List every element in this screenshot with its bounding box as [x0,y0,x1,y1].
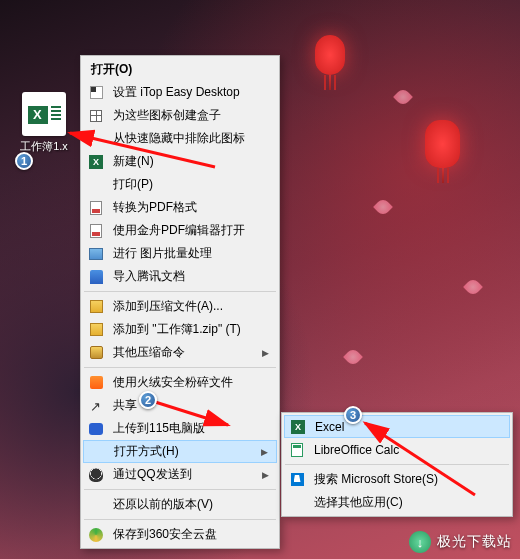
menu-batch-img[interactable]: 进行 图片批量处理 [83,242,277,265]
separator [84,367,276,368]
separator [84,519,276,520]
submenu-other-app[interactable]: 选择其他应用(C) [284,491,510,514]
excel-icon: X [289,419,307,435]
chevron-right-icon: ▶ [262,348,269,358]
chevron-right-icon: ▶ [261,447,268,457]
menu-jinshan-pdf[interactable]: 使用金舟PDF编辑器打开 [83,219,277,242]
annotation-badge-1: 1 [15,152,33,170]
zip-icon [87,322,105,338]
open-with-submenu: XExcel LibreOffice Calc 搜索 Microsoft Sto… [281,412,513,517]
picture-icon [87,246,105,262]
ms-store-icon [288,472,306,488]
separator [84,489,276,490]
menu-create-box[interactable]: 为这些图标创建盒子 [83,104,277,127]
menu-share[interactable]: 共享 [83,394,277,417]
watermark-text: 极光下载站 [437,533,512,551]
watermark-icon [409,531,431,553]
excel-file-icon [22,92,66,136]
menu-open-with[interactable]: 打开方式(H)▶ [83,440,277,463]
separator [285,464,509,465]
menu-tencent-doc[interactable]: 导入腾讯文档 [83,265,277,288]
menu-upload-115[interactable]: 上传到115电脑版 [83,417,277,440]
separator [84,291,276,292]
libreoffice-calc-icon [288,442,306,458]
pdf-icon [87,200,105,216]
menu-add-zip[interactable]: 添加到压缩文件(A)... [83,295,277,318]
huorong-icon [87,375,105,391]
menu-to-pdf[interactable]: 转换为PDF格式 [83,196,277,219]
360-icon [87,527,105,543]
menu-restore[interactable]: 还原以前的版本(V) [83,493,277,516]
menu-hide-quick[interactable]: 从快速隐藏中排除此图标 [83,127,277,150]
chevron-right-icon: ▶ [262,470,269,480]
annotation-badge-3: 3 [344,406,362,424]
zip-icon [87,345,105,361]
submenu-ms-store[interactable]: 搜索 Microsoft Store(S) [284,468,510,491]
menu-qq-send[interactable]: 通过QQ发送到▶ [83,463,277,486]
menu-itop[interactable]: 设置 iTop Easy Desktop [83,81,277,104]
tencent-doc-icon [87,269,105,285]
submenu-excel[interactable]: XExcel [284,415,510,438]
annotation-badge-2: 2 [139,391,157,409]
pdf-editor-icon [87,223,105,239]
menu-print[interactable]: 打印(P) [83,173,277,196]
menu-huorong[interactable]: 使用火绒安全粉碎文件 [83,371,277,394]
submenu-libreoffice[interactable]: LibreOffice Calc [284,438,510,461]
share-icon [87,398,105,414]
115-icon [87,421,105,437]
watermark: 极光下载站 [409,531,512,553]
grid-icon [87,108,105,124]
excel-icon: X [87,154,105,170]
menu-other-zip[interactable]: 其他压缩命令▶ [83,341,277,364]
zip-icon [87,299,105,315]
menu-save-360[interactable]: 保存到360安全云盘 [83,523,277,546]
menu-add-zip-named[interactable]: 添加到 "工作簿1.zip" (T) [83,318,277,341]
qq-icon [87,467,105,483]
context-menu: 打开(O) 设置 iTop Easy Desktop 为这些图标创建盒子 从快速… [80,55,280,549]
desktop-file-icon[interactable]: 工作簿1.x [15,92,73,154]
menu-new[interactable]: X新建(N) [83,150,277,173]
menu-open[interactable]: 打开(O) [83,58,277,81]
itop-icon [87,85,105,101]
